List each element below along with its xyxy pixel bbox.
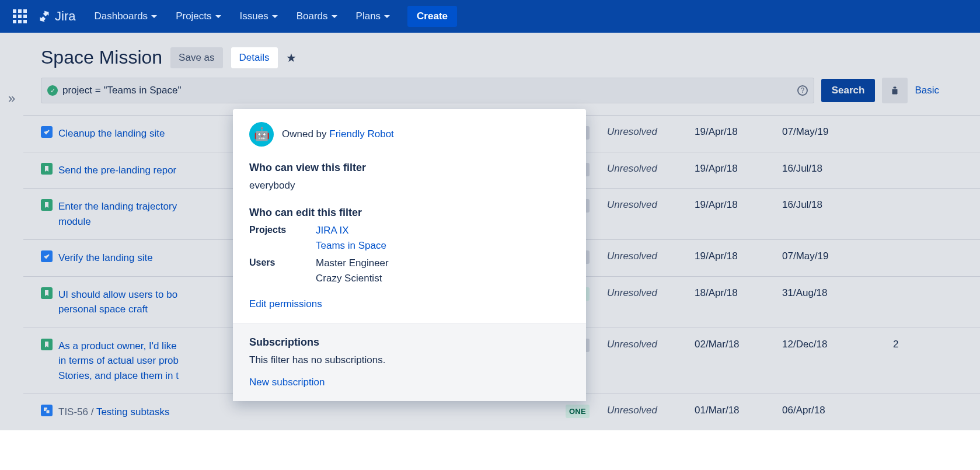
story-icon bbox=[41, 339, 53, 350]
updated-cell: 16/Jul/18 bbox=[782, 163, 893, 175]
jql-valid-icon: ✓ bbox=[47, 85, 58, 96]
updated-cell: 16/Jul/18 bbox=[782, 199, 893, 211]
nav-dashboards[interactable]: Dashboards bbox=[87, 6, 164, 27]
task-icon bbox=[41, 250, 53, 262]
updated-cell: 07/May/19 bbox=[782, 250, 893, 262]
created-cell: 19/Apr/18 bbox=[695, 199, 782, 211]
help-icon[interactable]: ? bbox=[797, 85, 808, 96]
top-nav: Jira Dashboards Projects Issues Boards P… bbox=[0, 0, 980, 33]
details-button[interactable]: Details bbox=[231, 47, 278, 68]
created-cell: 19/Apr/18 bbox=[695, 126, 782, 138]
extra-cell: 2 bbox=[893, 339, 928, 350]
resolution-cell: Unresolved bbox=[607, 405, 695, 416]
edit-permissions-link[interactable]: Edit permissions bbox=[249, 298, 322, 310]
subscriptions-empty: This filter has no subscriptions. bbox=[249, 354, 570, 366]
nav-label: Boards bbox=[297, 11, 328, 22]
nav-label: Issues bbox=[240, 11, 268, 22]
issue-summary-link[interactable]: Enter the landing trajectorymodule bbox=[58, 201, 177, 227]
created-cell: 18/Apr/18 bbox=[695, 287, 782, 299]
page-title: Space Mission bbox=[41, 47, 162, 68]
new-subscription-link[interactable]: New subscription bbox=[249, 377, 325, 388]
search-button[interactable]: Search bbox=[821, 79, 876, 102]
basic-mode-link[interactable]: Basic bbox=[915, 85, 939, 96]
resolution-cell: Unresolved bbox=[607, 163, 695, 175]
issue-summary-link[interactable]: Testing subtasks bbox=[96, 406, 170, 417]
chevron-down-icon bbox=[215, 15, 221, 18]
updated-cell: 12/Dec/18 bbox=[782, 339, 893, 350]
jql-input[interactable] bbox=[62, 85, 797, 96]
subtask-icon bbox=[41, 405, 53, 416]
owner-link[interactable]: Friendly Robot bbox=[329, 128, 394, 140]
created-cell: 19/Apr/18 bbox=[695, 250, 782, 262]
nav-issues[interactable]: Issues bbox=[233, 6, 285, 27]
updated-cell: 07/May/19 bbox=[782, 126, 893, 138]
story-icon bbox=[41, 199, 53, 211]
user-name: Master Engineer bbox=[316, 257, 389, 269]
details-popup: 🤖 Owned by Friendly Robot Who can view t… bbox=[233, 109, 586, 401]
nav-projects[interactable]: Projects bbox=[169, 6, 228, 27]
chevron-down-icon bbox=[151, 15, 157, 18]
resolution-cell: Unresolved bbox=[607, 126, 695, 138]
star-icon[interactable]: ★ bbox=[286, 51, 297, 65]
jira-logo[interactable]: Jira bbox=[37, 9, 75, 24]
chevron-down-icon bbox=[272, 15, 278, 18]
issue-summary-link[interactable]: Cleanup the landing site bbox=[58, 128, 165, 139]
created-cell: 19/Apr/18 bbox=[695, 163, 782, 175]
created-cell: 01/Mar/18 bbox=[695, 405, 782, 416]
updated-cell: 06/Apr/18 bbox=[782, 405, 893, 416]
view-filter-heading: Who can view this filter bbox=[249, 162, 570, 174]
user-name: Crazy Scientist bbox=[316, 273, 389, 284]
jira-icon bbox=[37, 9, 51, 23]
created-cell: 02/Mar/18 bbox=[695, 339, 782, 350]
column-config-button[interactable] bbox=[882, 78, 908, 103]
columns-icon bbox=[890, 86, 899, 95]
subscriptions-heading: Subscriptions bbox=[249, 336, 570, 349]
expand-sidebar-icon[interactable]: » bbox=[8, 91, 15, 106]
nav-label: Plans bbox=[356, 11, 381, 22]
create-button[interactable]: Create bbox=[407, 6, 457, 27]
filter-header: Space Mission Save as Details ★ bbox=[0, 33, 980, 74]
task-icon bbox=[41, 126, 53, 138]
issue-summary-link[interactable]: Send the pre-landing repor bbox=[58, 165, 176, 176]
edit-filter-heading: Who can edit this filter bbox=[249, 207, 570, 219]
chevron-down-icon bbox=[384, 15, 390, 18]
story-icon bbox=[41, 287, 53, 299]
resolution-cell: Unresolved bbox=[607, 250, 695, 262]
projects-label: Projects bbox=[249, 225, 316, 252]
project-link[interactable]: Teams in Space bbox=[316, 240, 386, 252]
nav-boards[interactable]: Boards bbox=[290, 6, 344, 27]
view-filter-value: everybody bbox=[249, 180, 570, 192]
owned-by-label: Owned by bbox=[282, 128, 329, 140]
nav-label: Projects bbox=[176, 11, 211, 22]
jira-logo-text: Jira bbox=[55, 9, 75, 24]
owner-avatar: 🤖 bbox=[249, 122, 274, 147]
jql-input-container[interactable]: ✓ ? bbox=[41, 78, 814, 103]
svg-rect-1 bbox=[46, 410, 50, 413]
issue-summary-link[interactable]: As a product owner, I'd likein terms of … bbox=[58, 340, 179, 381]
issue-summary-link[interactable]: UI should allow users to bopersonal spac… bbox=[58, 289, 177, 315]
issue-summary-link[interactable]: Verify the landing site bbox=[58, 252, 153, 263]
resolution-cell: Unresolved bbox=[607, 287, 695, 299]
project-link[interactable]: JIRA IX bbox=[316, 225, 386, 236]
resolution-cell: Unresolved bbox=[607, 199, 695, 211]
issue-key: TIS-56 / bbox=[58, 406, 96, 417]
save-as-button[interactable]: Save as bbox=[170, 47, 222, 68]
page-body: » Space Mission Save as Details ★ ✓ ? Se… bbox=[0, 33, 980, 430]
users-label: Users bbox=[249, 257, 316, 284]
owner-row: 🤖 Owned by Friendly Robot bbox=[249, 122, 570, 147]
resolution-cell: Unresolved bbox=[607, 339, 695, 350]
nav-label: Dashboards bbox=[94, 11, 148, 22]
status-badge: ONE bbox=[566, 405, 590, 418]
story-icon bbox=[41, 163, 53, 175]
app-switcher-icon[interactable] bbox=[13, 9, 27, 23]
updated-cell: 31/Aug/18 bbox=[782, 287, 893, 299]
chevron-down-icon bbox=[332, 15, 337, 18]
nav-plans[interactable]: Plans bbox=[349, 6, 397, 27]
